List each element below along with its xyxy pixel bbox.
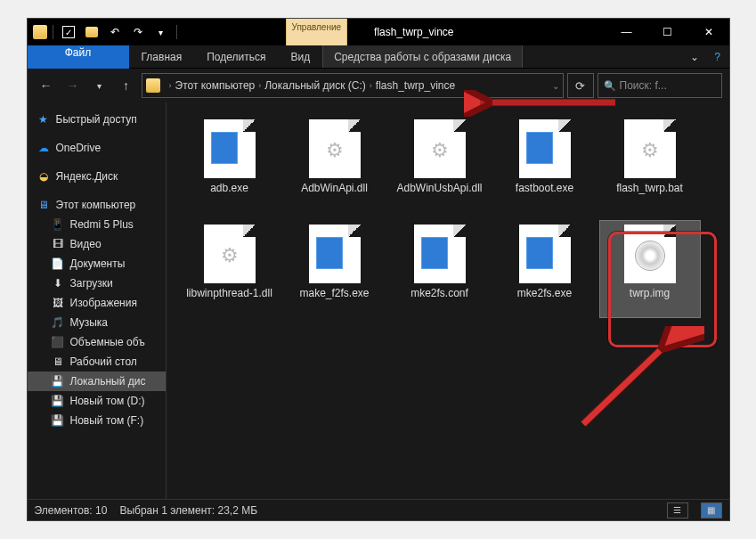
sidebar-item-icon: 🎵	[51, 315, 65, 330]
ribbon: Файл Главная Поделиться Вид Средства раб…	[28, 45, 729, 69]
file-item[interactable]: mke2fs.conf	[389, 220, 491, 318]
status-count: Элементов: 10	[35, 504, 108, 517]
file-list[interactable]: adb.exe⚙AdbWinApi.dll⚙AdbWinUsbApi.dllfa…	[167, 102, 729, 499]
file-item[interactable]: adb.exe	[179, 115, 280, 213]
contextual-tab-manage[interactable]: Управление	[286, 19, 348, 45]
refresh-button[interactable]: ⟳	[567, 73, 594, 98]
sidebar-onedrive[interactable]: ☁OneDrive	[28, 138, 166, 158]
sidebar-item-label: Быстрый доступ	[56, 113, 137, 126]
minimize-button[interactable]: ―	[606, 19, 647, 45]
file-label: flash_twrp.bat	[616, 182, 683, 194]
sidebar-item[interactable]: ⬛Объемные объ	[28, 332, 166, 352]
up-button[interactable]: ↑	[115, 74, 138, 97]
sidebar-item-label: Загрузки	[70, 277, 113, 290]
breadcrumb-drive[interactable]: Локальный диск (C:)	[264, 79, 366, 92]
app-icon	[33, 25, 47, 39]
file-item[interactable]: ⚙libwinpthread-1.dll	[179, 220, 280, 318]
sidebar-item[interactable]: 💾Локальный дис	[28, 372, 166, 391]
sidebar-item-icon: 📄	[51, 257, 65, 271]
disk-icon: ◒	[37, 169, 51, 184]
address-dropdown-icon[interactable]: ⌄	[552, 81, 559, 91]
sidebar-item-label: Изображения	[70, 297, 137, 309]
ribbon-expand-icon[interactable]: ⌄	[683, 45, 706, 68]
help-icon[interactable]: ?	[706, 45, 729, 68]
sidebar-quick-access[interactable]: ★Быстрый доступ	[28, 110, 166, 129]
sidebar-item-icon: 🖼	[51, 296, 65, 310]
star-icon: ★	[37, 112, 51, 127]
maximize-button[interactable]: ☐	[647, 19, 688, 45]
file-label: fastboot.exe	[516, 182, 573, 194]
view-details-button[interactable]: ☰	[667, 502, 688, 519]
qat-dropdown-icon[interactable]: ▾	[151, 22, 171, 42]
status-bar: Элементов: 10 Выбран 1 элемент: 23,2 МБ …	[28, 499, 729, 520]
ribbon-share-tab[interactable]: Поделиться	[194, 45, 278, 68]
status-selection: Выбран 1 элемент: 23,2 МБ	[119, 504, 257, 517]
file-item[interactable]: ⚙flash_twrp.bat	[599, 115, 701, 213]
folder-icon	[146, 78, 160, 93]
separator	[176, 25, 177, 39]
qat-new-folder[interactable]	[82, 22, 102, 42]
sidebar-item-icon: ⬇	[51, 276, 65, 290]
recent-locations-icon[interactable]: ▾	[88, 74, 111, 97]
sidebar-yandex-disk[interactable]: ◒Яндекс.Диск	[28, 167, 166, 186]
sidebar-item-label: Рабочий стол	[70, 355, 137, 368]
sidebar-item[interactable]: 📱Redmi 5 Plus	[28, 215, 166, 234]
file-item[interactable]: ⚙AdbWinUsbApi.dll	[389, 115, 491, 213]
search-placeholder: Поиск: f...	[620, 79, 667, 92]
file-thumbnail: ⚙	[309, 119, 361, 178]
qat-redo-icon[interactable]: ↷	[128, 22, 148, 42]
sidebar-item-icon: 📱	[51, 217, 65, 232]
file-item[interactable]: ⚙AdbWinApi.dll	[284, 115, 386, 213]
ribbon-home-tab[interactable]: Главная	[129, 45, 195, 68]
ribbon-view-tab[interactable]: Вид	[278, 45, 322, 68]
breadcrumb-root[interactable]: Этот компьютер	[175, 79, 256, 92]
sidebar-item-icon: 💾	[51, 394, 65, 408]
cloud-icon: ☁	[37, 141, 51, 155]
sidebar-item-label: Яндекс.Диск	[56, 170, 118, 183]
file-thumbnail: ⚙	[414, 119, 466, 178]
file-label: libwinpthread-1.dll	[186, 287, 272, 299]
ribbon-disk-tools-tab[interactable]: Средства работы с образами диска	[322, 45, 523, 68]
address-bar[interactable]: › Этот компьютер › Локальный диск (C:) ›…	[142, 73, 564, 98]
sidebar-item[interactable]: ⬇Загрузки	[28, 274, 166, 293]
file-thumbnail: ⚙	[204, 225, 256, 283]
qat-properties[interactable]: ✓	[59, 22, 78, 42]
file-label: mke2fs.conf	[411, 287, 468, 299]
sidebar-item[interactable]: 💾Новый том (D:)	[28, 391, 166, 411]
window-title: flash_twrp_vince	[374, 26, 606, 38]
qat-undo-icon[interactable]: ↶	[105, 22, 125, 42]
close-button[interactable]: ✕	[688, 19, 729, 45]
sidebar-this-pc[interactable]: 🖥Этот компьютер	[28, 195, 166, 215]
back-button[interactable]: ←	[35, 74, 58, 97]
quick-access-toolbar: ✓ ↶ ↷ ▾	[28, 22, 179, 42]
breadcrumb-folder[interactable]: flash_twrp_vince	[376, 79, 455, 92]
address-bar-row: ← → ▾ ↑ › Этот компьютер › Локальный дис…	[28, 69, 729, 102]
sidebar-item-icon: 💾	[51, 413, 65, 428]
sidebar-item[interactable]: 📄Документы	[28, 254, 166, 274]
search-icon: 🔍	[604, 80, 616, 92]
file-label: AdbWinUsbApi.dll	[396, 182, 482, 194]
explorer-window: ✓ ↶ ↷ ▾ Управление flash_twrp_vince ― ☐ …	[27, 18, 730, 521]
file-item[interactable]: make_f2fs.exe	[284, 220, 386, 318]
sidebar-item[interactable]: 🎵Музыка	[28, 313, 166, 332]
navigation-pane[interactable]: ★Быстрый доступ ☁OneDrive ◒Яндекс.Диск 🖥…	[28, 102, 167, 499]
sidebar-item[interactable]: 🎞Видео	[28, 234, 166, 254]
file-item[interactable]: mke2fs.exe	[494, 220, 596, 318]
sidebar-item-label: Музыка	[70, 316, 108, 329]
file-item[interactable]: twrp.img	[599, 220, 701, 318]
forward-button[interactable]: →	[61, 74, 85, 97]
sidebar-item-label: Новый том (F:)	[70, 414, 144, 427]
pc-icon: 🖥	[37, 198, 51, 212]
window-controls: ― ☐ ✕	[606, 19, 729, 45]
file-item[interactable]: fastboot.exe	[494, 115, 596, 213]
sidebar-item-label: Объемные объ	[70, 336, 145, 348]
sidebar-item[interactable]: 🖼Изображения	[28, 293, 166, 313]
sidebar-item[interactable]: 🖥Рабочий стол	[28, 352, 166, 372]
sidebar-item-label: OneDrive	[56, 142, 102, 154]
search-box[interactable]: 🔍 Поиск: f...	[597, 73, 722, 98]
sidebar-item[interactable]: 💾Новый том (F:)	[28, 411, 166, 430]
file-thumbnail	[414, 225, 466, 283]
view-large-icons-button[interactable]: ▦	[701, 502, 722, 519]
sidebar-item-icon: 🖥	[51, 355, 65, 369]
file-thumbnail	[519, 225, 571, 283]
